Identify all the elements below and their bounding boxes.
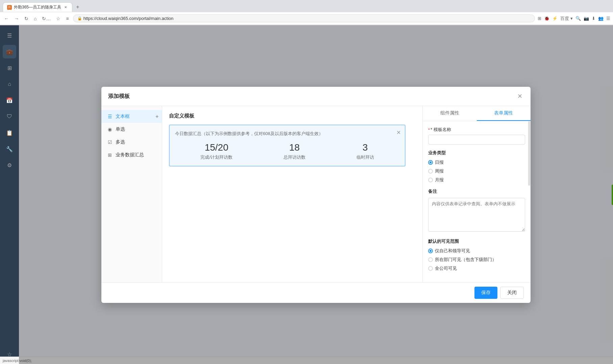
radio-monthly-circle bbox=[428, 178, 433, 182]
stat-item-total: 18 总拜访访数 bbox=[284, 142, 305, 160]
data-summary-icon: ⊞ bbox=[107, 152, 113, 158]
tab-close-button[interactable]: ✕ bbox=[63, 5, 68, 10]
stat-value-temp: 3 bbox=[357, 142, 374, 153]
form-field-template-name: * * 模板名称 bbox=[428, 127, 525, 145]
radio-weekly-circle bbox=[428, 169, 433, 174]
address-bar: ← → ↻ ⌂ ↻… ☆ ≡ 🔒 https://cloud.waiqin365… bbox=[0, 12, 613, 25]
download-icon[interactable]: ⬇ bbox=[592, 16, 595, 21]
save-button[interactable]: 保存 bbox=[474, 287, 497, 299]
refresh-button[interactable]: ↻ bbox=[23, 15, 30, 22]
secure-icon: 🔒 bbox=[77, 16, 82, 21]
note-textarea[interactable] bbox=[428, 198, 525, 232]
preview-title: 自定义模板 bbox=[169, 113, 416, 119]
new-tab-button[interactable]: + bbox=[74, 3, 82, 11]
sidebar-home-icon[interactable]: ⌂ bbox=[3, 77, 16, 91]
stat-item-completed: 15/20 完成/计划拜访数 bbox=[200, 142, 232, 160]
home-button[interactable]: ⌂ bbox=[32, 15, 38, 22]
sidebar-calendar-icon[interactable]: 📅 bbox=[3, 94, 16, 107]
radio-visibility-dept[interactable]: 所在部门可见（包含下级部门） bbox=[428, 257, 525, 263]
properties-tabs: 组件属性 表单属性 bbox=[423, 106, 531, 121]
browser-tab[interactable]: 外 外勤365—员工的随身工具 ✕ bbox=[3, 2, 72, 12]
bug-icon[interactable]: 🐞 bbox=[544, 16, 549, 21]
browser-toolbar-right: ⊞ 🐞 ⚡ 百度 ▾ 🔍 📷 ⬇ 👥 ☰ bbox=[538, 16, 610, 22]
preview-stats: 15/20 完成/计划拜访数 18 总拜访访数 3 临时拜访 bbox=[175, 142, 399, 160]
radio-weekly[interactable]: 周报 bbox=[428, 168, 525, 174]
forward-button[interactable]: → bbox=[13, 15, 20, 22]
component-item-data-summary[interactable]: ⊞ 业务数据汇总 bbox=[101, 149, 162, 161]
search-icon[interactable]: 🔍 bbox=[575, 16, 581, 21]
reader-button[interactable]: ≡ bbox=[65, 15, 70, 22]
cancel-button[interactable]: 关闭 bbox=[500, 287, 524, 299]
business-type-label: 业务类型 bbox=[428, 150, 525, 156]
sidebar-tools-icon[interactable]: 🔧 bbox=[3, 142, 16, 156]
dialog-title: 添加模板 bbox=[108, 93, 130, 100]
component-label-radio: 单选 bbox=[116, 126, 125, 132]
sync-icon[interactable]: 👥 bbox=[598, 16, 604, 21]
radio-monthly[interactable]: 月报 bbox=[428, 177, 525, 183]
checkbox-icon: ☑ bbox=[107, 139, 113, 145]
app-container: ☰ 💼 ⊞ ⌂ 📅 🛡 📋 🔧 ⚙ ☆ 添加模板 ✕ bbox=[0, 25, 613, 364]
tab-label: 外勤365—员工的随身工具 bbox=[14, 4, 61, 10]
preview-card-close-button[interactable]: ✕ bbox=[396, 129, 401, 136]
stat-value-total: 18 bbox=[284, 142, 305, 153]
back-button[interactable]: ← bbox=[3, 15, 10, 22]
dialog-header: 添加模板 ✕ bbox=[101, 87, 531, 106]
preview-panel: 自定义模板 今日数据汇总（以下为示例数据供参考，仅对608及以后版本的客户端生效… bbox=[162, 106, 422, 282]
radio-visibility-self[interactable]: 仅自己和领导可见 bbox=[428, 248, 525, 254]
component-list: ☰ 文本框 ✦ ◉ 单选 ☑ 多选 ⊞ 业务数据汇总 bbox=[101, 106, 162, 282]
template-name-input[interactable] bbox=[428, 135, 525, 145]
form-field-visibility: 默认的可见范围 仅自己和领导可见 所在部门可见（包含下级部门） bbox=[428, 238, 525, 271]
stat-label-completed: 完成/计划拜访数 bbox=[200, 154, 232, 160]
preview-card: 今日数据汇总（以下为示例数据供参考，仅对608及以后版本的客户端生效） ✕ 15… bbox=[169, 125, 406, 166]
back-history-button[interactable]: ↻… bbox=[41, 15, 52, 22]
preview-card-notice: 今日数据汇总（以下为示例数据供参考，仅对608及以后版本的客户端生效） bbox=[175, 131, 399, 137]
component-label-data-summary: 业务数据汇总 bbox=[116, 152, 144, 158]
business-type-radio-group: 日报 周报 月报 bbox=[428, 159, 525, 183]
note-label: 备注 bbox=[428, 188, 525, 194]
component-label-textbox: 文本框 bbox=[116, 113, 130, 120]
scrollbar-track[interactable] bbox=[528, 121, 531, 282]
dialog-close-button[interactable]: ✕ bbox=[516, 92, 524, 100]
visibility-radio-group: 仅自己和领导可见 所在部门可见（包含下级部门） 全公司可见 bbox=[428, 248, 525, 271]
required-star: * bbox=[428, 127, 430, 132]
content-area: 添加模板 ✕ ☰ 文本框 ✦ ◉ 单选 ☑ bbox=[19, 25, 613, 364]
textbox-icon: ☰ bbox=[107, 113, 113, 120]
properties-panel: 组件属性 表单属性 * * 模板名称 bbox=[422, 106, 531, 282]
component-item-radio[interactable]: ◉ 单选 bbox=[101, 123, 162, 136]
stat-label-total: 总拜访访数 bbox=[284, 154, 305, 160]
browser-chrome: 外 外勤365—员工的随身工具 ✕ + ← → ↻ ⌂ ↻… ☆ ≡ 🔒 htt… bbox=[0, 0, 613, 25]
sidebar-briefcase-icon[interactable]: 💼 bbox=[3, 45, 16, 58]
bookmark-button[interactable]: ☆ bbox=[55, 15, 62, 22]
menu-icon[interactable]: ☰ bbox=[606, 16, 610, 21]
sidebar-settings-icon[interactable]: ⚙ bbox=[3, 158, 16, 172]
tab-form-properties[interactable]: 表单属性 bbox=[477, 106, 531, 121]
stat-value-completed: 15/20 bbox=[200, 142, 232, 153]
radio-self-circle bbox=[428, 249, 433, 253]
scrollbar-thumb bbox=[528, 121, 530, 186]
visibility-label: 默认的可见范围 bbox=[428, 238, 525, 244]
radio-icon: ◉ bbox=[107, 126, 113, 132]
dialog-body: ☰ 文本框 ✦ ◉ 单选 ☑ 多选 ⊞ 业务数据汇总 bbox=[101, 106, 531, 282]
extensions-icon[interactable]: ⊞ bbox=[538, 16, 541, 21]
component-label-checkbox: 多选 bbox=[116, 139, 125, 145]
component-item-textbox[interactable]: ☰ 文本框 ✦ bbox=[101, 110, 162, 123]
component-item-checkbox[interactable]: ☑ 多选 bbox=[101, 136, 162, 149]
url-display: https://cloud.waiqin365.com/portal/main.… bbox=[83, 16, 174, 21]
address-input[interactable]: 🔒 https://cloud.waiqin365.com/portal/mai… bbox=[73, 15, 535, 22]
search-engine-dropdown[interactable]: 百度 ▾ bbox=[560, 16, 573, 22]
tab-component-properties[interactable]: 组件属性 bbox=[423, 106, 477, 121]
radio-daily[interactable]: 日报 bbox=[428, 159, 525, 165]
lightning-icon[interactable]: ⚡ bbox=[552, 16, 558, 21]
radio-daily-circle bbox=[428, 160, 433, 165]
sidebar-list-icon[interactable]: 📋 bbox=[3, 126, 16, 139]
sidebar-shield-icon[interactable]: 🛡 bbox=[3, 110, 16, 123]
form-field-business-type: 业务类型 日报 周报 bbox=[428, 150, 525, 183]
sidebar-grid-icon[interactable]: ⊞ bbox=[3, 61, 16, 75]
screenshot-icon[interactable]: 📷 bbox=[584, 16, 589, 21]
tab-bar: 外 外勤365—员工的随身工具 ✕ + bbox=[0, 0, 613, 12]
sidebar-menu-icon[interactable]: ☰ bbox=[3, 29, 16, 42]
move-icon-textbox: ✦ bbox=[155, 113, 159, 120]
dialog-footer: 保存 关闭 bbox=[101, 282, 531, 303]
radio-visibility-company[interactable]: 全公司可见 bbox=[428, 265, 525, 271]
properties-content: * * 模板名称 业务类型 日报 bbox=[423, 121, 531, 282]
